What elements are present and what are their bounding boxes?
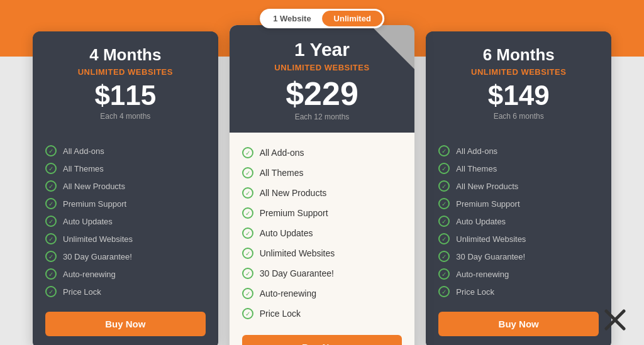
- check-icon: ✓: [242, 248, 253, 259]
- list-item: ✓ Unlimited Websites: [45, 230, 206, 248]
- list-item: ✓ 30 Day Guarantee!: [438, 248, 599, 265]
- list-item: ✓ 30 Day Guarantee!: [45, 248, 206, 265]
- card-six-months-header: 6 Months Unlimited Websites $149 Each 6 …: [426, 31, 611, 132]
- check-icon: ✓: [242, 187, 253, 199]
- check-icon: ✓: [45, 268, 57, 280]
- list-item: ✓ All New Products: [242, 183, 402, 203]
- card-one-year-body: ✓ All Add-ons ✓ All Themes ✓ All New Pro…: [230, 133, 415, 345]
- list-item: ✓ All Add-ons: [438, 142, 599, 160]
- plan-name-six-months: 6 Months: [438, 45, 599, 65]
- check-icon: ✓: [242, 268, 253, 279]
- feature-label: Auto Updates: [456, 217, 506, 226]
- list-item: ✓ All Themes: [45, 160, 206, 177]
- popular-ribbon-bg: [370, 25, 414, 69]
- feature-label: Premium Support: [260, 208, 328, 218]
- feature-label: Price Lock: [260, 309, 301, 319]
- check-icon: ✓: [45, 286, 57, 297]
- card-six-months: 6 Months Unlimited Websites $149 Each 6 …: [426, 31, 611, 345]
- check-icon: ✓: [45, 145, 57, 156]
- check-icon: ✓: [242, 167, 253, 178]
- price-six-months: $149: [438, 82, 599, 109]
- toggle-one-website[interactable]: 1 Website: [262, 11, 322, 26]
- check-icon: ✓: [242, 308, 253, 319]
- list-item: ✓ All Themes: [438, 160, 599, 177]
- page-wrapper: 1 Website Unlimited 4 Months Unlimited W…: [0, 0, 644, 345]
- list-item: ✓ Auto-renewing: [45, 265, 206, 283]
- list-item: ✓ Premium Support: [45, 195, 206, 212]
- feature-label: All Add-ons: [260, 148, 304, 158]
- check-icon: ✓: [242, 288, 253, 299]
- check-icon: ✓: [45, 216, 57, 227]
- logo-mark: [604, 309, 626, 334]
- check-icon: ✓: [438, 251, 450, 262]
- feature-label: All New Products: [456, 182, 518, 191]
- list-item: ✓ All New Products: [45, 177, 206, 195]
- feature-label: All Themes: [456, 164, 497, 173]
- check-icon: ✓: [438, 286, 450, 297]
- buy-button-four-months[interactable]: Buy Now: [45, 312, 206, 336]
- list-item: ✓ Auto Updates: [45, 212, 206, 230]
- billing-toggle[interactable]: 1 Website Unlimited: [260, 9, 384, 28]
- list-item: ✓ Auto Updates: [242, 223, 402, 243]
- list-item: ✓ Auto-renewing: [242, 283, 402, 304]
- check-icon: ✓: [438, 216, 450, 227]
- check-icon: ✓: [45, 233, 57, 244]
- subtitle-six-months: Unlimited Websites: [438, 67, 599, 77]
- check-icon: ✓: [242, 227, 253, 239]
- period-four-months: Each 4 months: [45, 112, 206, 121]
- price-one-year: $229: [242, 77, 402, 110]
- card-six-months-body: ✓ All Add-ons ✓ All Themes ✓ All New Pro…: [426, 132, 611, 345]
- logo-x-icon: [604, 309, 626, 331]
- check-icon: ✓: [438, 233, 450, 244]
- feature-label: Premium Support: [456, 199, 519, 209]
- feature-label: Unlimited Websites: [260, 248, 335, 258]
- toggle-unlimited[interactable]: Unlimited: [323, 11, 382, 26]
- list-item: ✓ All Add-ons: [45, 142, 206, 160]
- check-icon: ✓: [438, 268, 450, 280]
- check-icon: ✓: [242, 207, 253, 219]
- feature-label: Auto Updates: [63, 217, 113, 226]
- check-icon: ✓: [45, 251, 57, 262]
- card-four-months-header: 4 Months Unlimited Websites $115 Each 4 …: [33, 31, 218, 132]
- list-item: ✓ Auto Updates: [438, 212, 599, 230]
- feature-label: All Themes: [260, 168, 304, 178]
- list-item: ✓ Unlimited Websites: [438, 230, 599, 248]
- list-item: ✓ All Themes: [242, 163, 402, 183]
- list-item: ✓ Unlimited Websites: [242, 243, 402, 263]
- card-four-months-body: ✓ All Add-ons ✓ All Themes ✓ All New Pro…: [33, 132, 218, 345]
- feature-label: Auto-renewing: [260, 288, 316, 298]
- check-icon: ✓: [438, 198, 450, 209]
- buy-button-six-months[interactable]: Buy Now: [438, 312, 599, 336]
- list-item: ✓ Price Lock: [438, 283, 599, 300]
- feature-label: 30 Day Guarantee!: [260, 268, 334, 278]
- feature-label: All New Products: [260, 188, 327, 198]
- feature-label: Auto-renewing: [456, 270, 509, 279]
- plan-name-four-months: 4 Months: [45, 45, 206, 65]
- list-item: ✓ 30 Day Guarantee!: [242, 263, 402, 283]
- period-one-year: Each 12 months: [242, 112, 402, 121]
- list-item: ✓ All New Products: [438, 177, 599, 195]
- feature-label: Unlimited Websites: [456, 234, 526, 244]
- feature-label: All Themes: [63, 164, 104, 173]
- price-four-months: $115: [45, 82, 206, 109]
- feature-label: 30 Day Guarantee!: [456, 252, 525, 261]
- list-item: ✓ Auto-renewing: [438, 265, 599, 283]
- feature-label: Price Lock: [456, 287, 494, 297]
- feature-label: All New Products: [63, 182, 125, 191]
- feature-label: Auto Updates: [260, 228, 313, 238]
- feature-label: All Add-ons: [63, 146, 104, 156]
- list-item: ✓ All Add-ons: [242, 143, 402, 163]
- feature-label: Premium Support: [63, 199, 126, 209]
- check-icon: ✓: [438, 145, 450, 156]
- buy-button-one-year[interactable]: Buy Now: [242, 335, 402, 345]
- check-icon: ✓: [438, 180, 450, 192]
- check-icon: ✓: [242, 147, 253, 158]
- feature-label: Price Lock: [63, 287, 101, 297]
- check-icon: ✓: [45, 198, 57, 209]
- check-icon: ✓: [45, 163, 57, 174]
- feature-list-six-months: ✓ All Add-ons ✓ All Themes ✓ All New Pro…: [438, 142, 599, 300]
- feature-label: Unlimited Websites: [63, 234, 133, 244]
- feature-label: Auto-renewing: [63, 270, 116, 279]
- subtitle-four-months: Unlimited Websites: [45, 67, 206, 77]
- feature-list-four-months: ✓ All Add-ons ✓ All Themes ✓ All New Pro…: [45, 142, 206, 300]
